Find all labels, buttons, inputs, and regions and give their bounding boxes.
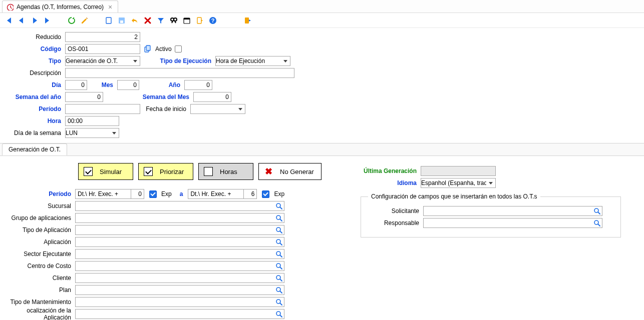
lookup-field[interactable] <box>75 213 284 223</box>
mes-label: Mes <box>87 82 117 88</box>
search-icon[interactable] <box>275 202 283 210</box>
x-icon: ✖ <box>264 166 273 177</box>
option-no-generar[interactable]: ✖No Generar <box>258 163 321 180</box>
copy-icon[interactable] <box>143 44 152 54</box>
periodo-to-text[interactable] <box>188 189 244 199</box>
lookup-field[interactable] <box>75 225 284 235</box>
descripcion-field[interactable] <box>65 68 294 78</box>
periodo-label: Período <box>5 106 65 112</box>
export-button[interactable] <box>194 15 205 26</box>
search-icon[interactable] <box>275 274 283 282</box>
tab-generacion-ot[interactable]: Generación de O.T. <box>2 144 67 156</box>
fieldset-legend: Configuración de campos que se insertará… <box>368 193 540 200</box>
option-priorizar[interactable]: Priorizar <box>138 163 193 180</box>
semana-mes-label: Semana del Mes <box>103 94 193 100</box>
search-icon[interactable] <box>275 250 283 258</box>
edit-button[interactable] <box>79 15 90 26</box>
hora-field[interactable] <box>65 116 119 126</box>
exp-to-label: Exp <box>274 190 284 198</box>
lookup-label: Centro de Costo <box>0 262 75 270</box>
codigo-label: Código <box>5 46 65 52</box>
solicitante-field[interactable] <box>423 206 602 216</box>
search-icon[interactable] <box>275 286 283 294</box>
search-icon[interactable] <box>275 310 283 318</box>
nav-next-button[interactable] <box>29 15 40 26</box>
exp-to-checkbox[interactable] <box>262 190 269 198</box>
save-button[interactable] <box>116 15 127 26</box>
checkbox-icon <box>144 167 153 176</box>
checkbox-icon <box>84 167 93 176</box>
search-icon[interactable] <box>275 226 283 234</box>
nav-first-button[interactable] <box>3 15 14 26</box>
lookup-field[interactable] <box>75 309 284 319</box>
semana-ano-field[interactable] <box>65 92 103 102</box>
header-form: Reducido Código Activo Tipo Generación d… <box>0 28 644 143</box>
config-campos-fieldset: Configuración de campos que se insertará… <box>361 193 621 238</box>
undo-button[interactable] <box>129 15 140 26</box>
nav-last-button[interactable] <box>42 15 53 26</box>
option-simular[interactable]: Simular <box>78 163 133 180</box>
search-icon[interactable] <box>593 219 601 227</box>
fecha-inicio-select[interactable] <box>190 104 245 114</box>
dia-semana-select[interactable]: LUN <box>65 128 119 138</box>
lookup-field[interactable] <box>75 201 284 211</box>
lookup-field[interactable] <box>75 237 284 247</box>
dia-field[interactable] <box>65 80 87 90</box>
clock-icon <box>7 4 14 10</box>
lookup-field[interactable] <box>75 285 284 295</box>
fecha-inicio-label: Fecha de inicio <box>140 106 190 112</box>
dia-semana-label: Día de la semana <box>5 130 65 136</box>
periodo-to-num[interactable] <box>244 189 257 199</box>
delete-button[interactable] <box>142 15 153 26</box>
new-button[interactable] <box>103 15 114 26</box>
lookup-label: Aplicación <box>0 238 75 246</box>
activo-label: Activo <box>155 46 172 52</box>
search-icon[interactable] <box>275 214 283 222</box>
lookup-label: Sucursal <box>0 202 75 210</box>
refresh-button[interactable] <box>66 15 77 26</box>
activo-checkbox[interactable] <box>175 46 182 52</box>
lookup-label: Tipo de Mantenimiento <box>0 298 75 306</box>
document-tab-agendas[interactable]: Agendas (O.T, Informes, Correo) × <box>2 0 118 12</box>
tipo-ejecucion-select[interactable]: Hora de Ejecución <box>215 56 290 66</box>
exit-button[interactable] <box>242 15 253 26</box>
search-icon[interactable] <box>593 207 601 215</box>
tipo-label: Tipo <box>5 58 65 64</box>
semana-ano-label: Semana del año <box>5 94 65 100</box>
ano-field[interactable] <box>184 80 212 90</box>
checkbox-icon <box>204 167 213 176</box>
lookup-label: Cliente <box>0 274 75 282</box>
help-button[interactable] <box>207 15 218 26</box>
search-icon[interactable] <box>275 262 283 270</box>
exp-from-checkbox[interactable] <box>149 190 157 198</box>
lookup-field[interactable] <box>75 249 284 259</box>
reducido-field[interactable] <box>65 32 140 42</box>
close-icon[interactable]: × <box>107 4 114 10</box>
responsable-label: Responsable <box>368 220 423 226</box>
idioma-label: Idioma <box>361 180 421 186</box>
find-button[interactable] <box>168 15 179 26</box>
lookup-field[interactable] <box>75 273 284 283</box>
idioma-select[interactable]: Espanhol (Espanha, tradi <box>421 178 496 188</box>
semana-mes-field[interactable] <box>193 92 231 102</box>
lookup-field[interactable] <box>75 261 284 271</box>
codigo-field[interactable] <box>65 44 140 54</box>
tipo-select[interactable]: Generación de O.T. <box>65 56 140 66</box>
ultima-generacion-label: Última Generación <box>361 168 421 174</box>
periodo-field[interactable] <box>65 104 140 114</box>
a-label: a <box>178 190 185 198</box>
periodo-from-num[interactable] <box>131 189 144 199</box>
lookup-label: Grupo de aplicaciones <box>0 214 75 222</box>
lookup-field[interactable] <box>75 297 284 307</box>
option-horas[interactable]: Horas <box>198 163 253 180</box>
search-icon[interactable] <box>275 298 283 306</box>
nav-prev-button[interactable] <box>16 15 27 26</box>
responsable-field[interactable] <box>423 218 602 228</box>
filter-button[interactable] <box>155 15 166 26</box>
section-tab-label: Generación de O.T. <box>9 146 61 153</box>
mes-field[interactable] <box>117 80 139 90</box>
ultima-generacion-value <box>421 166 496 176</box>
search-icon[interactable] <box>275 238 283 246</box>
periodo-from-text[interactable] <box>75 189 131 199</box>
calendar-button[interactable] <box>181 15 192 26</box>
